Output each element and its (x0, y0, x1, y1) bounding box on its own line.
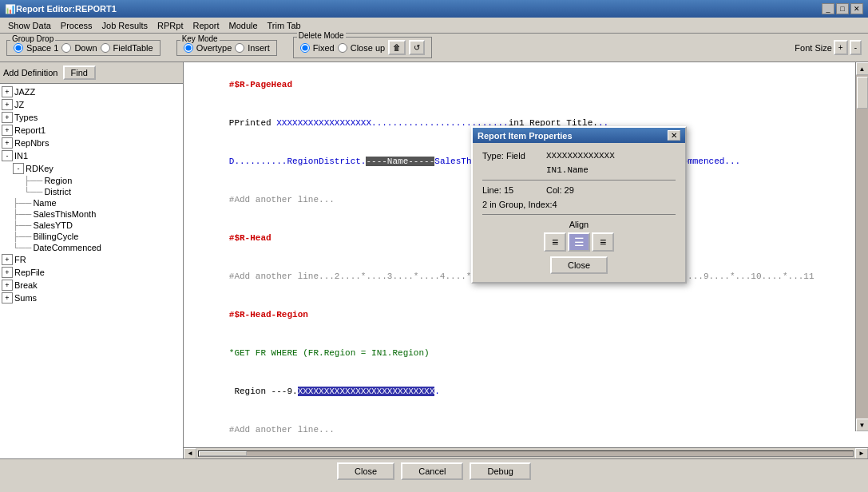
expander-break[interactable]: + (2, 280, 13, 291)
expander-fr[interactable]: + (2, 254, 13, 265)
tree-item-name[interactable]: ├── Name (13, 197, 181, 208)
dialog-title-bar[interactable]: Report Item Properties ✕ (473, 128, 685, 143)
align-center-button[interactable]: ☰ (568, 232, 590, 252)
title-bar-icon: 📊 (5, 4, 16, 14)
space1-radio-label[interactable]: Space 1 (14, 43, 58, 53)
tree-item-salesthismonth[interactable]: ├── SalesThisMonth (13, 208, 181, 220)
menu-job-results[interactable]: Job Results (97, 19, 153, 32)
tree-label-types: Types (14, 113, 38, 122)
connector-region: ├── (24, 176, 42, 185)
closeup-radio[interactable] (338, 43, 347, 53)
fixed-radio[interactable] (300, 43, 310, 53)
fieldtable-radio-label[interactable]: FieldTable (101, 43, 153, 53)
expander-report1[interactable]: + (2, 125, 13, 136)
tree-item-report1[interactable]: + Report1 (2, 124, 181, 137)
expander-sums[interactable]: + (2, 292, 13, 304)
scroll-right-button[interactable]: ► (855, 448, 868, 459)
insert-label: Insert (248, 43, 270, 53)
tree-view[interactable]: + JAZZ + JZ + Types + Report1 + RepNbrs (0, 84, 183, 458)
dialog-line-label: Line: 15 (482, 185, 546, 195)
scroll-left-button[interactable]: ◄ (184, 448, 196, 459)
menu-show-data[interactable]: Show Data (3, 19, 56, 32)
scroll-down-button[interactable]: ▼ (856, 419, 869, 431)
scrollbar-thumb[interactable] (199, 451, 247, 456)
menu-bar: Show Data Process Job Results RPRpt Repo… (0, 18, 868, 34)
down-radio[interactable] (61, 43, 71, 53)
tree-item-salesytd[interactable]: ├── SalesYTD (13, 220, 181, 231)
down-radio-label[interactable]: Down (61, 43, 97, 53)
menu-report[interactable]: Report (188, 19, 224, 32)
key-mode-group: Key Mode Overtype Insert (176, 40, 277, 56)
scroll-track[interactable] (856, 75, 868, 419)
undo-button[interactable]: ↺ (409, 40, 425, 55)
tree-item-jazz[interactable]: + JAZZ (2, 85, 181, 98)
title-bar-controls: _ □ ✕ (822, 3, 863, 14)
dialog-close-x-button[interactable]: ✕ (668, 130, 680, 141)
tree-item-repnbrs[interactable]: + RepNbrs (2, 137, 181, 149)
tree-item-rdkey[interactable]: - RDKey (13, 162, 181, 175)
tree-item-break[interactable]: + Break (2, 279, 181, 292)
menu-module[interactable]: Module (224, 19, 262, 32)
fieldtable-radio[interactable] (101, 43, 110, 53)
bottom-bar: Close Cancel Debug (0, 458, 868, 483)
menu-trimtab[interactable]: Trim Tab (263, 19, 306, 32)
expander-rdkey[interactable]: - (13, 163, 24, 174)
dialog-align-label: Align (482, 220, 676, 229)
editor-line-get: *GET FR WHERE (FR.Region = IN1.Region) (187, 334, 865, 372)
tree-label-break: Break (14, 280, 38, 290)
bottom-close-button[interactable]: Close (337, 462, 394, 480)
align-right-button[interactable]: ≡ (592, 232, 614, 252)
horizontal-scrollbar[interactable]: ◄ ► (184, 447, 868, 458)
dialog-type-value: XXXXXXXXXXXXX (546, 151, 615, 161)
align-left-button[interactable]: ≡ (544, 232, 566, 252)
font-decrease-button[interactable]: - (850, 40, 862, 55)
tree-item-region[interactable]: ├── Region (24, 175, 181, 186)
insert-radio-label[interactable]: Insert (235, 43, 270, 53)
align-buttons-group: ≡ ☰ ≡ (482, 232, 676, 252)
overtype-radio-label[interactable]: Overtype (184, 43, 232, 53)
scrollbar-track[interactable] (198, 450, 854, 457)
add-definition-label: Add Definition (3, 68, 58, 77)
bottom-debug-button[interactable]: Debug (470, 462, 530, 480)
tree-label-sums: Sums (14, 293, 37, 303)
tree-item-in1[interactable]: - IN1 (2, 149, 181, 162)
scroll-thumb[interactable] (857, 77, 868, 109)
tree-item-types[interactable]: + Types (2, 111, 181, 124)
expander-jazz[interactable]: + (2, 86, 13, 97)
dialog-group-row: 2 in Group, Index:4 (482, 200, 676, 209)
minimize-button[interactable]: _ (822, 3, 834, 14)
tree-item-district[interactable]: └── District (24, 186, 181, 197)
editor-line-pagehead: #$R-PageHead (187, 65, 865, 104)
expander-jz[interactable]: + (2, 99, 13, 110)
fixed-radio-label[interactable]: Fixed (300, 43, 335, 53)
insert-radio[interactable] (235, 43, 244, 53)
expander-repnbrs[interactable]: + (2, 137, 13, 149)
bottom-cancel-button[interactable]: Cancel (401, 462, 463, 480)
delete-action-button[interactable]: 🗑 (388, 40, 406, 55)
close-button[interactable]: ✕ (850, 3, 863, 14)
menu-rprpt[interactable]: RPRpt (153, 19, 188, 32)
scroll-up-button[interactable]: ▲ (856, 62, 869, 75)
space1-radio[interactable] (14, 43, 23, 53)
maximize-button[interactable]: □ (836, 3, 849, 14)
closeup-radio-label[interactable]: Close up (338, 43, 385, 53)
tree-item-repfile[interactable]: + RepFile (2, 266, 181, 279)
overtype-radio[interactable] (184, 43, 193, 53)
closeup-label: Close up (351, 43, 385, 53)
dialog-content: Type: Field XXXXXXXXXXXXX IN1.Name Line:… (473, 143, 685, 282)
tree-item-jz[interactable]: + JZ (2, 98, 181, 111)
expander-types[interactable]: + (2, 112, 13, 123)
tree-item-fr[interactable]: + FR (2, 253, 181, 266)
dialog-close-button[interactable]: Close (550, 256, 608, 274)
tree-item-sums[interactable]: + Sums (2, 292, 181, 304)
tree-item-billingcycle[interactable]: ├── BillingCycle (13, 231, 181, 242)
expander-in1[interactable]: - (2, 150, 13, 161)
expander-repfile[interactable]: + (2, 267, 13, 278)
group-drop-group: Group Drop Space 1 Down FieldTable (6, 40, 161, 56)
menu-process[interactable]: Process (56, 19, 97, 32)
find-button[interactable]: Find (63, 65, 96, 80)
tree-item-datecommenced[interactable]: └── DateCommenced (13, 242, 181, 253)
connector-name: ├── (13, 198, 31, 208)
font-increase-button[interactable]: + (834, 40, 848, 55)
connector-district: └── (24, 187, 42, 196)
